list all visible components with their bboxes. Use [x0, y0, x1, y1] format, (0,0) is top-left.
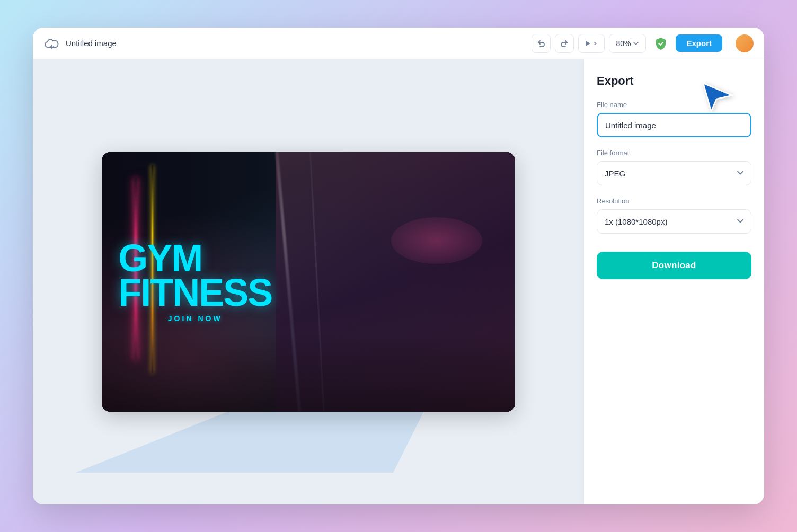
gym-text: GYM FITNESS JOIN NOW: [118, 241, 272, 323]
preview-button[interactable]: [578, 34, 605, 53]
canvas-image: GYM FITNESS JOIN NOW: [102, 152, 515, 412]
redo-button[interactable]: [555, 34, 574, 53]
main-content: GYM FITNESS JOIN NOW Export: [33, 59, 764, 504]
cursor-arrow-icon: [701, 81, 735, 112]
header-right: Export: [652, 34, 754, 52]
export-button[interactable]: Export: [676, 34, 722, 52]
app-header: Untitled image: [33, 28, 764, 59]
file-name-input[interactable]: [597, 113, 751, 137]
header-left: Untitled image: [43, 35, 525, 52]
cursor-decoration: [701, 81, 732, 110]
file-format-select[interactable]: JPEG PNG WebP PDF: [597, 161, 751, 185]
zoom-value: 80%: [616, 39, 631, 48]
file-format-group: File format JPEG PNG WebP PDF: [597, 149, 751, 185]
file-format-select-wrapper: JPEG PNG WebP PDF: [597, 161, 751, 185]
canvas-wrapper[interactable]: GYM FITNESS JOIN NOW: [102, 152, 515, 412]
resolution-group: Resolution 1x (1080*1080px) 2x (2160*216…: [597, 197, 751, 234]
svg-marker-0: [586, 41, 590, 46]
resolution-label: Resolution: [597, 197, 751, 205]
gym-subtitle: JOIN NOW: [118, 314, 272, 323]
header-divider: [729, 36, 729, 51]
shield-icon: [652, 35, 669, 52]
zoom-control[interactable]: 80%: [609, 34, 646, 53]
gym-title-line1: GYM: [118, 241, 272, 276]
export-panel: Export File name File format JPEG PNG We…: [584, 59, 764, 504]
user-avatar[interactable]: [736, 34, 754, 52]
resolution-select[interactable]: 1x (1080*1080px) 2x (2160*2160px) 0.5x (…: [597, 209, 751, 234]
gym-title-line2: FITNESS: [118, 276, 272, 310]
cloud-icon: [43, 35, 60, 52]
header-toolbar: 80%: [532, 34, 646, 53]
document-title: Untitled image: [66, 39, 117, 48]
svg-marker-1: [703, 83, 732, 111]
download-button[interactable]: Download: [597, 252, 751, 279]
resolution-select-wrapper: 1x (1080*1080px) 2x (2160*2160px) 0.5x (…: [597, 209, 751, 234]
file-format-label: File format: [597, 149, 751, 157]
canvas-area: GYM FITNESS JOIN NOW: [33, 59, 584, 504]
undo-button[interactable]: [532, 34, 551, 53]
